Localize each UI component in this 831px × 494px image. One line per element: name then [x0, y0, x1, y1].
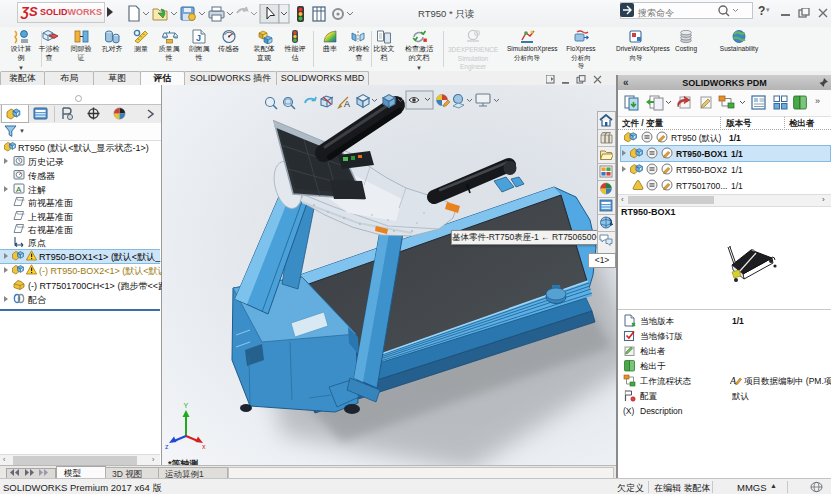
svg-text:x: x [202, 443, 206, 450]
svg-text:J: J [196, 33, 201, 43]
svg-text:Y: Y [183, 402, 188, 409]
svg-text:A: A [16, 185, 22, 194]
svg-text:z: z [165, 443, 169, 450]
svg-text:A: A [344, 99, 350, 109]
